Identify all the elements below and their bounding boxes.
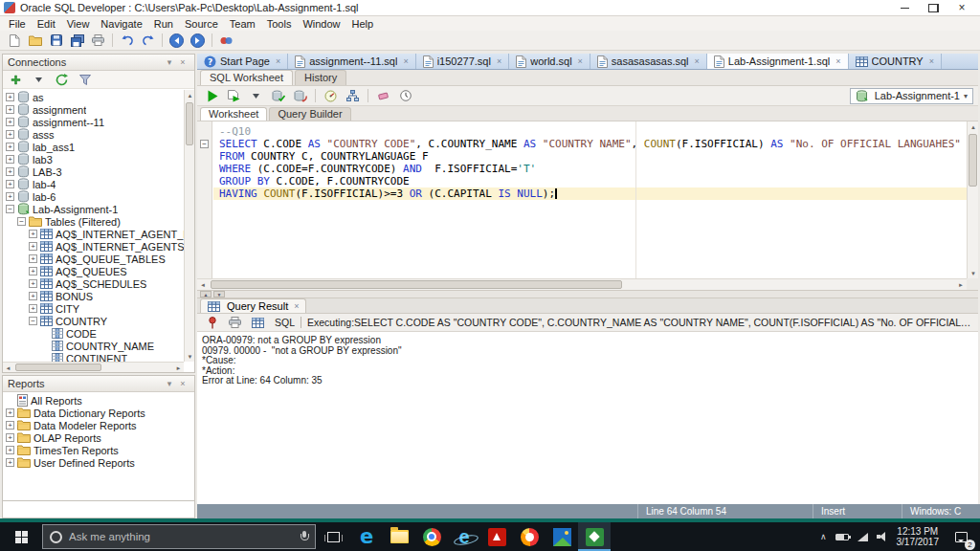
result-output[interactable]: ORA-00979: not a GROUP BY expression0097… [197, 332, 978, 504]
tree-expander-icon[interactable]: + [6, 93, 14, 101]
report-timesten-reports[interactable]: +TimesTen Reports [3, 444, 194, 456]
connection-lab3[interactable]: +lab3 [3, 153, 184, 165]
run-script-button[interactable] [224, 87, 244, 105]
close-tab-icon[interactable]: × [695, 56, 700, 66]
print-result-button[interactable] [225, 314, 245, 332]
close-tab-icon[interactable]: × [497, 56, 501, 66]
menu-view[interactable]: View [61, 16, 96, 31]
connection-lab-assignment-1[interactable]: −Lab-Assignment-1 [3, 203, 184, 215]
splitter[interactable]: ▲ ▼ [197, 290, 978, 298]
undo-button[interactable] [117, 32, 137, 50]
scroll-thumb[interactable] [186, 102, 193, 145]
report-data-dictionary-reports[interactable]: +Data Dictionary Reports [3, 407, 194, 419]
tree-expander-icon[interactable]: + [6, 105, 14, 114]
scroll-right-icon[interactable]: ► [955, 279, 967, 290]
code-line[interactable]: HAVING COUNT(F.ISOFFICIAL)>=3 OR (C.CAPI… [213, 187, 967, 200]
tree-expander-icon[interactable]: − [29, 317, 37, 325]
code-line[interactable]: --Q10 [219, 125, 967, 138]
tree-expander-icon[interactable]: + [6, 118, 14, 126]
tree-expander-icon[interactable]: + [29, 267, 37, 276]
maximize-button[interactable] [919, 0, 947, 15]
connection-bonus[interactable]: +BONUS [3, 290, 184, 302]
connection-aq-internet-agent-privs[interactable]: +AQ$_INTERNET_AGENT_PRIVS [3, 228, 184, 240]
menu-source[interactable]: Source [179, 16, 224, 31]
save-button[interactable] [46, 32, 66, 50]
browser-icon[interactable] [513, 522, 546, 551]
tab-country[interactable]: COUNTRY× [849, 54, 942, 69]
tab-i150277-sql[interactable]: i150277.sql× [416, 54, 510, 69]
connection-asss[interactable]: +asss [3, 128, 184, 141]
connection-country[interactable]: −COUNTRY [3, 315, 184, 327]
menu-edit[interactable]: Edit [32, 16, 61, 31]
connection-aq-schedules[interactable]: +AQ$_SCHEDULES [3, 277, 184, 290]
connection-selector[interactable]: Lab-Assignment-1 ▾ [850, 88, 973, 104]
scroll-thumb[interactable] [15, 364, 101, 371]
code-line[interactable]: FROM COUNTRY C, COUNTRYLANGUAGE F [219, 150, 967, 163]
sql-developer-icon[interactable] [578, 522, 611, 551]
file-explorer-icon[interactable] [383, 522, 415, 551]
report-all-reports[interactable]: All Reports [3, 394, 194, 407]
tree-expander-icon[interactable]: + [29, 254, 37, 263]
sql-editor[interactable]: − --Q10SELECT C.CODE AS "COUNTRY CODE", … [197, 121, 978, 290]
connection-as[interactable]: +as [3, 91, 184, 103]
panel-menu-icon[interactable]: ▾ [163, 378, 176, 390]
pin-button[interactable] [202, 314, 222, 332]
adobe-reader-icon[interactable] [480, 522, 513, 551]
tab-sasasasasas-sql[interactable]: sasasasasas.sql× [590, 54, 707, 69]
commit-button[interactable] [268, 87, 288, 105]
tree-expander-icon[interactable]: + [29, 242, 37, 251]
code-line[interactable]: GROUP BY C.CODE, F.COUNTRYCODE [219, 175, 967, 187]
panel-close-icon[interactable]: × [176, 56, 189, 69]
menu-run[interactable]: Run [148, 16, 179, 31]
tree-expander-icon[interactable]: + [6, 458, 14, 467]
close-tab-icon[interactable]: × [403, 56, 408, 66]
tree-expander-icon[interactable]: + [6, 180, 14, 188]
cortana-icon[interactable] [50, 531, 62, 543]
scroll-up-icon[interactable]: ▲ [968, 121, 979, 132]
tree-expander-icon[interactable]: + [6, 192, 14, 201]
volume-icon[interactable] [877, 532, 888, 541]
tab-query-result[interactable]: Query Result × [200, 298, 306, 313]
tree-expander-icon[interactable]: + [6, 130, 14, 139]
explain-plan-button[interactable] [343, 87, 363, 105]
grid-button[interactable] [248, 314, 268, 332]
connection-assignment[interactable]: +assignment [3, 103, 184, 116]
scroll-thumb[interactable] [211, 280, 622, 289]
task-view-button[interactable] [316, 522, 350, 551]
editor-vertical-scrollbar[interactable]: ▲ ▼ [967, 121, 978, 278]
connection-city[interactable]: +CITY [3, 302, 184, 315]
taskbar-clock[interactable]: 12:13 PM 3/17/2017 [897, 526, 940, 547]
tree-expander-icon[interactable]: + [6, 155, 14, 164]
ie-icon[interactable]: e [448, 522, 480, 551]
connection-lab-ass1[interactable]: +lab_ass1 [3, 141, 184, 153]
connection-country-name[interactable]: COUNTRY_NAME [3, 340, 184, 352]
connection-lab-3[interactable]: +LAB-3 [3, 165, 184, 178]
splitter-down-icon[interactable]: ▼ [213, 291, 225, 298]
close-tab-icon[interactable]: × [294, 301, 299, 311]
menu-window[interactable]: Window [297, 16, 345, 31]
open-file-button[interactable] [25, 32, 45, 50]
run-dropdown-button[interactable] [246, 87, 266, 105]
code-line[interactable]: SELECT C.CODE AS "COUNTRY CODE", C.COUNT… [219, 138, 967, 150]
tab-assignment-11-sql[interactable]: assignment--11.sql× [288, 54, 415, 69]
clear-button[interactable] [373, 87, 393, 105]
edge-icon[interactable]: e [350, 522, 383, 551]
tab-history[interactable]: History [295, 70, 346, 85]
chrome-icon[interactable] [415, 522, 448, 551]
scroll-thumb[interactable] [969, 134, 977, 187]
save-all-button[interactable] [67, 32, 87, 50]
menu-navigate[interactable]: Navigate [95, 16, 147, 31]
search-input[interactable] [69, 531, 293, 542]
code-area[interactable]: --Q10SELECT C.CODE AS "COUNTRY CODE", C.… [213, 121, 967, 278]
tab-world-sql[interactable]: world.sql× [509, 54, 590, 69]
print-button[interactable] [88, 32, 108, 50]
connection-assignment-11[interactable]: +assignment--11 [3, 116, 184, 128]
minimize-button[interactable] [890, 0, 919, 15]
connection-aq-internet-agents[interactable]: +AQ$_INTERNET_AGENTS [3, 240, 184, 253]
connection-lab-6[interactable]: +lab-6 [3, 190, 184, 203]
tree-expander-icon[interactable]: + [29, 230, 37, 238]
scroll-left-icon[interactable]: ◄ [3, 363, 13, 373]
tree-expander-icon[interactable]: + [29, 279, 37, 288]
start-button[interactable] [0, 522, 42, 551]
new-file-button[interactable] [4, 32, 24, 50]
